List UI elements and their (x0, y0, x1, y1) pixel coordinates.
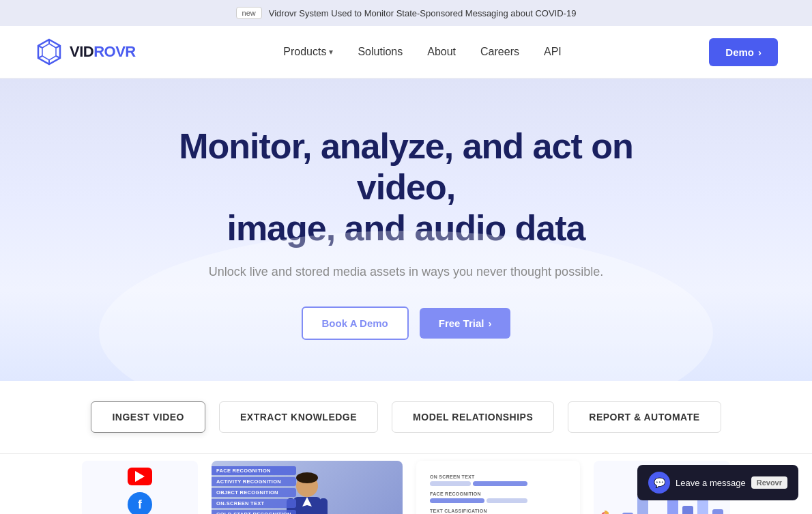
svg-marker-1 (42, 44, 56, 60)
logo-link[interactable]: VIDROVR (34, 37, 136, 67)
nav-item-careers[interactable]: Careers (480, 46, 519, 57)
logo-text: VIDROVR (70, 43, 136, 61)
tab-extract-knowledge[interactable]: EXTRACT KNOWLEDGE (219, 401, 378, 433)
video-labels: FACE RECOGNITION ACTIVITY RECOGNITION OB… (212, 466, 296, 514)
chat-widget[interactable]: 💬 Leave a message Revovr (637, 465, 798, 500)
nav-item-products[interactable]: Products ▾ (283, 46, 333, 58)
nav-item-api[interactable]: API (544, 46, 562, 57)
chat-bubble-icon: 💬 (648, 472, 670, 494)
tab-model-relationships[interactable]: MODEL RELATIONSHIPS (392, 401, 554, 433)
pie-chart (600, 481, 609, 514)
hero-subtitle: Unlock live and stored media assets in w… (14, 265, 798, 279)
logo-icon (34, 37, 64, 67)
video-recognition-card: FACE RECOGNITION ACTIVITY RECOGNITION OB… (212, 461, 403, 514)
announcement-text: Vidrovr System Used to Monitor State-Spo… (269, 8, 577, 18)
data-table-card: ON SCREEN TEXT FACE RECOGNITION (416, 461, 580, 514)
navbar: VIDROVR Products ▾ Solutions About Caree… (0, 26, 812, 78)
hero-buttons: Book A Demo Free Trial › (14, 306, 798, 340)
revamp-badge: Revovr (751, 476, 787, 489)
hero-section: Monitor, analyze, and act on video, imag… (0, 78, 812, 381)
tab-ingest-video[interactable]: INGEST VIDEO (91, 401, 205, 433)
book-demo-button[interactable]: Book A Demo (302, 306, 409, 340)
hero-title: Monitor, analyze, and act on video, imag… (133, 126, 679, 248)
data-row-3: TEXT CLASSIFICATION (430, 509, 566, 514)
announcement-bar: new Vidrovr System Used to Monitor State… (0, 0, 812, 26)
data-row-2: FACE RECOGNITION (430, 491, 566, 503)
announcement-badge: new (236, 7, 262, 19)
svg-point-14 (296, 472, 318, 483)
nav-item-about[interactable]: About (427, 46, 456, 57)
nav-links: Products ▾ Solutions About Careers API (283, 46, 561, 58)
chat-widget-label: Leave a message (676, 478, 746, 488)
features-tabs: INGEST VIDEO EXTRACT KNOWLEDGE MODEL REL… (0, 381, 812, 454)
chevron-down-icon: ▾ (329, 47, 333, 57)
free-trial-button[interactable]: Free Trial › (420, 308, 511, 339)
data-row-1: ON SCREEN TEXT (430, 474, 566, 486)
demo-button[interactable]: Demo › (709, 38, 778, 66)
source-icons-card: f G ↖ (82, 461, 198, 514)
svg-rect-18 (319, 498, 328, 514)
nav-item-solutions[interactable]: Solutions (358, 46, 403, 57)
tab-report-automate[interactable]: REPORT & AUTOMATE (568, 401, 721, 433)
